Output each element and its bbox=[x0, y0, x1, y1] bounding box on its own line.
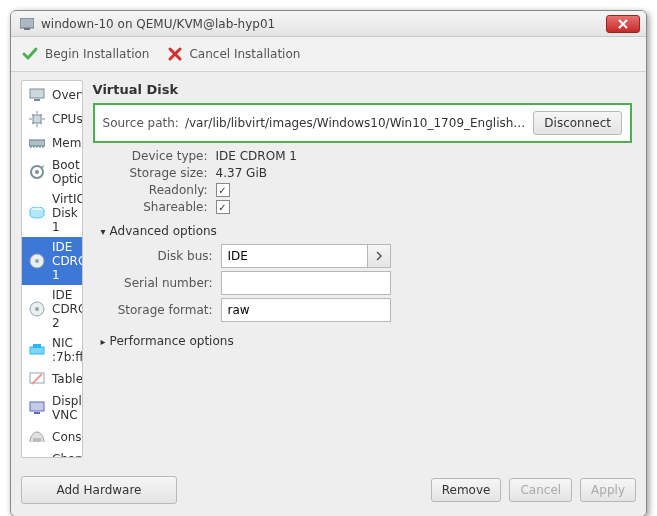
add-hardware-button[interactable]: Add Hardware bbox=[21, 476, 177, 504]
storage-format-row: Storage format: bbox=[107, 298, 632, 322]
sidebar-item-boot-options[interactable]: Boot Options bbox=[22, 155, 82, 189]
storage-format-label: Storage format: bbox=[107, 303, 213, 317]
sidebar-item-label: VirtIO Disk 1 bbox=[52, 192, 83, 234]
source-path-row: Source path: /var/lib/libvirt/images/Win… bbox=[93, 103, 632, 143]
sidebar-item-virtio-disk-1[interactable]: VirtIO Disk 1 bbox=[22, 189, 82, 237]
body: Overview CPUs Memory Boot Options VirtIO… bbox=[11, 72, 646, 466]
serial-number-row: Serial number: bbox=[107, 271, 632, 295]
svg-rect-3 bbox=[34, 99, 40, 101]
memory-icon bbox=[28, 134, 46, 152]
channel-icon bbox=[28, 457, 46, 458]
sidebar-item-label: CPUs bbox=[52, 112, 83, 126]
sidebar-item-label: IDE CDROM 2 bbox=[52, 288, 83, 330]
sidebar-item-label: Boot Options bbox=[52, 158, 83, 186]
svg-rect-14 bbox=[33, 344, 41, 348]
cdrom-icon bbox=[28, 252, 46, 270]
sidebar-item-label: Console bbox=[52, 430, 83, 444]
storage-format-input[interactable] bbox=[221, 298, 391, 322]
disk-bus-row: Disk bus: IDE bbox=[107, 244, 632, 268]
sidebar-item-label: Display VNC bbox=[52, 394, 83, 422]
svg-rect-13 bbox=[30, 347, 44, 354]
source-path-label: Source path: bbox=[103, 116, 179, 130]
device-type-value: IDE CDROM 1 bbox=[216, 149, 297, 163]
svg-rect-1 bbox=[24, 28, 30, 30]
serial-number-label: Serial number: bbox=[107, 276, 213, 290]
hardware-sidebar: Overview CPUs Memory Boot Options VirtIO… bbox=[21, 80, 83, 458]
sidebar-item-tablet[interactable]: Tablet bbox=[22, 367, 82, 391]
sidebar-item-label: Memory bbox=[52, 136, 83, 150]
svg-rect-0 bbox=[20, 18, 34, 28]
cancel-button[interactable]: Cancel bbox=[509, 478, 572, 502]
nic-icon bbox=[28, 341, 46, 359]
sidebar-item-label: NIC :7b:ff:1b bbox=[52, 336, 83, 364]
begin-installation-button[interactable]: Begin Installation bbox=[21, 45, 149, 63]
shareable-checkbox[interactable]: ✓ bbox=[216, 200, 230, 214]
svg-rect-5 bbox=[29, 140, 45, 146]
tablet-icon bbox=[28, 370, 46, 388]
main-panel: Virtual Disk Source path: /var/lib/libvi… bbox=[89, 80, 636, 458]
sidebar-item-label: Tablet bbox=[52, 372, 83, 386]
titlebar: windown-10 on QEMU/KVM@lab-hyp01 bbox=[11, 11, 646, 37]
sidebar-item-label: Overview bbox=[52, 88, 83, 102]
cancel-icon bbox=[167, 46, 183, 62]
svg-point-12 bbox=[35, 307, 39, 311]
vm-config-window: windown-10 on QEMU/KVM@lab-hyp01 Begin I… bbox=[10, 10, 647, 516]
serial-number-input[interactable] bbox=[221, 271, 391, 295]
cdrom-icon bbox=[28, 300, 46, 318]
svg-point-10 bbox=[35, 259, 39, 263]
window-title: windown-10 on QEMU/KVM@lab-hyp01 bbox=[41, 17, 606, 31]
device-type-label: Device type: bbox=[113, 149, 208, 163]
window-close-button[interactable] bbox=[606, 15, 640, 33]
sidebar-item-overview[interactable]: Overview bbox=[22, 83, 82, 107]
readonly-checkbox[interactable]: ✓ bbox=[216, 183, 230, 197]
check-icon bbox=[21, 45, 39, 63]
svg-rect-2 bbox=[30, 89, 44, 98]
dropdown-arrow-icon[interactable] bbox=[367, 244, 391, 268]
sidebar-item-channel-spice[interactable]: Channel spice bbox=[22, 449, 82, 458]
device-type-row: Device type: IDE CDROM 1 bbox=[113, 149, 632, 163]
storage-size-label: Storage size: bbox=[113, 166, 208, 180]
shareable-label: Shareable: bbox=[113, 200, 208, 214]
section-title: Virtual Disk bbox=[93, 82, 632, 97]
sidebar-item-display-vnc[interactable]: Display VNC bbox=[22, 391, 82, 425]
monitor-icon bbox=[28, 86, 46, 104]
triangle-down-icon: ▾ bbox=[101, 226, 106, 237]
readonly-label: Readonly: bbox=[113, 183, 208, 197]
sidebar-item-memory[interactable]: Memory bbox=[22, 131, 82, 155]
storage-size-row: Storage size: 4.37 GiB bbox=[113, 166, 632, 180]
svg-rect-4 bbox=[33, 115, 41, 123]
sidebar-item-nic[interactable]: NIC :7b:ff:1b bbox=[22, 333, 82, 367]
begin-installation-label: Begin Installation bbox=[45, 47, 149, 61]
sidebar-item-ide-cdrom-2[interactable]: IDE CDROM 2 bbox=[22, 285, 82, 333]
performance-options-expander[interactable]: ▸ Performance options bbox=[101, 334, 632, 348]
sidebar-item-label: IDE CDROM 1 bbox=[52, 240, 83, 282]
disk-bus-label: Disk bus: bbox=[107, 249, 213, 263]
disconnect-button[interactable]: Disconnect bbox=[533, 111, 622, 135]
sidebar-item-cpus[interactable]: CPUs bbox=[22, 107, 82, 131]
source-path-value: /var/lib/libvirt/images/Windows10/Win10_… bbox=[185, 116, 527, 130]
svg-rect-16 bbox=[30, 402, 44, 411]
svg-rect-17 bbox=[34, 412, 40, 414]
advanced-options-label: Advanced options bbox=[110, 224, 217, 238]
readonly-row: Readonly: ✓ bbox=[113, 183, 632, 197]
disk-bus-value: IDE bbox=[221, 244, 367, 268]
sidebar-item-console[interactable]: Console bbox=[22, 425, 82, 449]
cancel-installation-label: Cancel Installation bbox=[189, 47, 300, 61]
sidebar-item-ide-cdrom-1[interactable]: IDE CDROM 1 bbox=[22, 237, 82, 285]
console-icon bbox=[28, 428, 46, 446]
remove-button[interactable]: Remove bbox=[431, 478, 502, 502]
cpu-icon bbox=[28, 110, 46, 128]
apply-button[interactable]: Apply bbox=[580, 478, 636, 502]
bottom-bar: Add Hardware Remove Cancel Apply bbox=[11, 466, 646, 516]
disk-bus-combobox[interactable]: IDE bbox=[221, 244, 391, 268]
advanced-options-expander[interactable]: ▾ Advanced options bbox=[101, 224, 632, 238]
performance-options-label: Performance options bbox=[110, 334, 234, 348]
toolbar: Begin Installation Cancel Installation bbox=[11, 37, 646, 72]
display-icon bbox=[28, 399, 46, 417]
vm-window-icon bbox=[19, 16, 35, 32]
storage-size-value: 4.37 GiB bbox=[216, 166, 267, 180]
sidebar-item-label: Channel spice bbox=[52, 452, 83, 458]
cancel-installation-button[interactable]: Cancel Installation bbox=[167, 46, 300, 62]
svg-point-7 bbox=[35, 170, 39, 174]
boot-icon bbox=[28, 163, 46, 181]
